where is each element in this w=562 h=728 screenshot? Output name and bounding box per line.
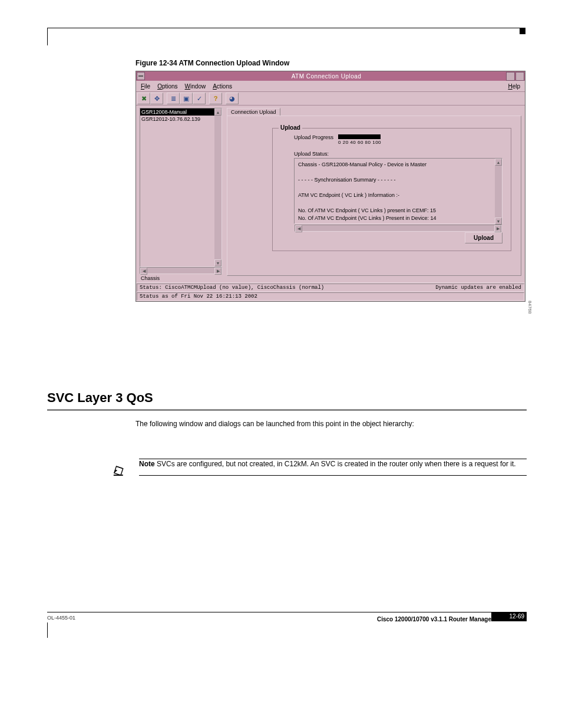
figure-caption: Figure 12-34 ATM Connection Upload Windo… <box>135 59 527 67</box>
minimize-icon[interactable] <box>506 72 515 81</box>
page-footer: 12-69 OL-4455-01 Cisco 12000/10700 v3.1.… <box>47 612 527 622</box>
scroll-left-icon[interactable]: ◀ <box>140 268 147 275</box>
status-vscrollbar[interactable]: ▲ ▼ <box>495 159 502 225</box>
scroll-up-icon[interactable]: ▲ <box>495 159 502 166</box>
menu-help[interactable]: Help <box>505 83 523 90</box>
system-menu-icon[interactable] <box>137 72 145 80</box>
toolbar-btn-5[interactable]: ✓ <box>193 93 206 104</box>
toolbar-btn-2[interactable]: ✥ <box>150 93 163 104</box>
scroll-left-icon[interactable]: ◀ <box>295 225 302 232</box>
status-text: Chassis - GSR12008-Manual Policy - Devic… <box>295 159 495 225</box>
list-item[interactable]: GSR12008-Manual <box>140 108 214 116</box>
status-hscrollbar[interactable]: ◀ ▶ <box>295 225 502 232</box>
toolbar-btn-1[interactable]: ✖ <box>137 93 150 104</box>
scroll-up-icon[interactable]: ▲ <box>214 108 222 116</box>
leftpane-label: Chassis <box>141 275 222 281</box>
section-heading: SVC Layer 3 QoS <box>47 390 527 406</box>
section-rule <box>47 409 527 411</box>
window-title: ATM Connection Upload <box>147 73 505 80</box>
toolbar-btn-4[interactable]: ▣ <box>180 93 193 104</box>
toolbar-help-icon[interactable]: ? <box>209 93 222 104</box>
toolbar-btn-3[interactable]: ≣ <box>167 93 180 104</box>
scroll-right-icon[interactable]: ▶ <box>494 225 501 232</box>
menubar: File Options Window Actions Help <box>136 81 525 92</box>
scroll-right-icon[interactable]: ▶ <box>214 268 222 275</box>
figure-id: 84768 <box>527 301 533 314</box>
note-rule-bottom <box>139 475 527 476</box>
chassis-list[interactable]: GSR12008-Manual GSR12012-10.76.82.139 ▲ … <box>140 108 222 267</box>
statusbar-left: Status: CiscoATMCMUpload (no value), Cis… <box>140 285 324 291</box>
progress-bar: 0 20 40 60 80 100 <box>338 134 390 145</box>
statusbar-right: Dynamic updates are enabled <box>435 285 521 291</box>
list-hscrollbar[interactable]: ◀ ▶ <box>140 267 222 274</box>
statusbar: Status: CiscoATMCMUpload (no value), Cis… <box>136 282 525 301</box>
note-text: SVCs are configured, but not created, in… <box>157 460 516 468</box>
note-icon <box>112 459 130 476</box>
menu-options[interactable]: Options <box>155 83 180 90</box>
group-label: Upload <box>279 124 302 131</box>
progress-ticks: 0 20 40 60 80 100 <box>338 140 390 145</box>
maximize-icon[interactable] <box>515 72 524 81</box>
section-paragraph: The following window and dialogs can be … <box>135 419 527 429</box>
status-box: Chassis - GSR12008-Manual Policy - Devic… <box>294 158 503 224</box>
list-vscrollbar[interactable]: ▲ ▼ <box>214 108 222 266</box>
footer-ref: OL-4455-01 <box>47 615 75 622</box>
statusbar-timestamp: Status as of Fri Nov 22 16:21:13 2002 <box>140 294 257 299</box>
titlebar[interactable]: ATM Connection Upload <box>136 71 525 81</box>
upload-button[interactable]: Upload <box>465 232 503 243</box>
menu-file[interactable]: File <box>138 83 153 90</box>
menu-window[interactable]: Window <box>183 83 209 90</box>
svg-line-1 <box>117 466 123 469</box>
list-item[interactable]: GSR12012-10.76.82.139 <box>140 116 214 123</box>
scroll-down-icon[interactable]: ▼ <box>495 218 502 225</box>
app-window: ATM Connection Upload File Options Windo… <box>135 71 525 302</box>
toolbar: ✖ ✥ ≣ ▣ ✓ ? ◕ <box>136 92 525 106</box>
status-label: Upload Status: <box>294 151 503 157</box>
scroll-down-icon[interactable]: ▼ <box>214 259 222 266</box>
menu-actions[interactable]: Actions <box>210 83 234 90</box>
toolbar-info-icon[interactable]: ◕ <box>226 93 239 104</box>
tab-connection-upload[interactable]: Connection Upload <box>227 108 280 116</box>
note-label: Note <box>139 460 155 468</box>
page-number: 12-69 <box>491 612 527 621</box>
progress-label: Upload Progress <box>294 134 333 140</box>
upload-group: Upload Upload Progress 0 20 40 60 80 100… <box>272 128 511 251</box>
